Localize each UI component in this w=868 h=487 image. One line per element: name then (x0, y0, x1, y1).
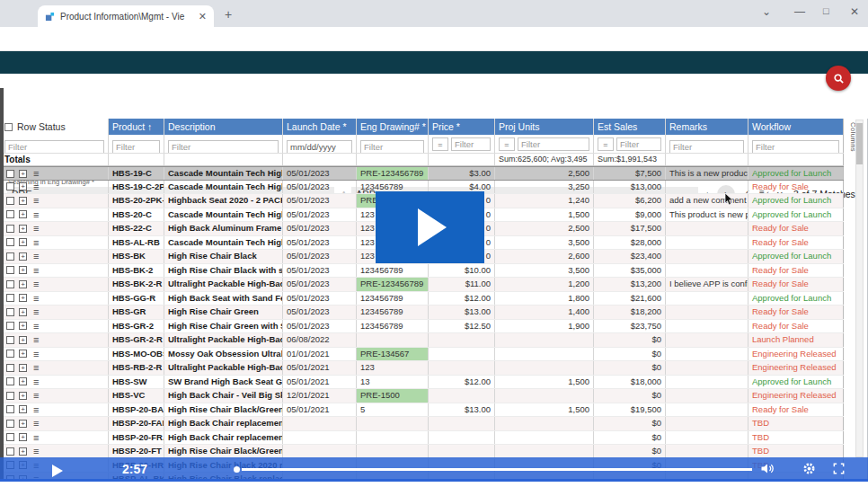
row-checkbox[interactable] (6, 336, 14, 344)
volume-icon[interactable] (760, 462, 775, 475)
table-row[interactable]: +≡ HBS-MO-OBS Mossy Oak Obsession Ultral… (1, 348, 844, 362)
row-expand-icon[interactable]: + (19, 350, 27, 358)
column-header-proj-units[interactable]: Proj Units (495, 119, 594, 135)
filter-remarks[interactable] (669, 140, 744, 153)
row-menu-icon[interactable]: ≡ (33, 167, 39, 180)
table-row[interactable]: +≡ HBS-GR-2 High Rise Chair Green with S… (1, 320, 844, 334)
row-menu-icon[interactable]: ≡ (33, 403, 39, 417)
row-checkbox[interactable] (6, 308, 14, 316)
row-menu-icon[interactable]: ≡ (33, 278, 39, 291)
table-row[interactable]: +≡ HBSP-20-FAB High Back Chair replaceme… (1, 417, 844, 431)
progress-bar[interactable] (242, 468, 752, 471)
row-menu-icon[interactable]: ≡ (33, 333, 39, 347)
row-menu-icon[interactable]: ≡ (33, 222, 39, 235)
row-menu-icon[interactable]: ≡ (33, 250, 39, 263)
row-checkbox[interactable] (6, 420, 14, 428)
filter-workflow[interactable] (752, 140, 839, 153)
row-expand-icon[interactable]: + (19, 447, 27, 456)
browser-tab[interactable]: Product Information\Mgmt - Vie ✕ (38, 5, 214, 27)
row-menu-icon[interactable]: ≡ (33, 389, 39, 403)
row-expand-icon[interactable]: + (19, 377, 27, 385)
row-checkbox[interactable] (6, 392, 14, 400)
row-checkbox[interactable] (6, 170, 14, 178)
row-checkbox[interactable] (6, 364, 14, 372)
row-menu-icon[interactable]: ≡ (33, 348, 39, 361)
select-all-checkbox[interactable] (4, 123, 13, 131)
filter-proj-units[interactable] (518, 137, 589, 151)
row-checkbox[interactable] (6, 266, 14, 274)
table-row[interactable]: +≡ HBS-SW SW Brand High Back Seat Green … (1, 376, 844, 390)
table-row[interactable]: +≡ HBS-BK-2 High Rise Chair Black with s… (1, 264, 844, 279)
row-menu-icon[interactable]: ≡ (33, 264, 39, 278)
row-menu-icon[interactable]: ≡ (33, 361, 39, 375)
row-menu-icon[interactable]: ≡ (33, 292, 39, 305)
row-expand-icon[interactable]: + (19, 182, 27, 190)
row-menu-icon[interactable]: ≡ (33, 376, 39, 389)
row-expand-icon[interactable]: + (19, 322, 27, 330)
units-operator-select[interactable]: = (499, 137, 515, 151)
row-menu-icon[interactable]: ≡ (33, 305, 39, 319)
window-minimize-icon[interactable]: — (794, 5, 805, 18)
row-expand-icon[interactable]: + (19, 392, 27, 400)
row-checkbox[interactable] (6, 405, 14, 413)
column-header-est-sales[interactable]: Est Sales (594, 119, 666, 135)
new-tab-button[interactable]: + (225, 7, 232, 22)
row-expand-icon[interactable]: + (19, 210, 27, 218)
column-header-description[interactable]: Description (164, 119, 283, 135)
row-expand-icon[interactable]: + (19, 405, 27, 413)
row-menu-icon[interactable]: ≡ (33, 445, 39, 458)
row-checkbox[interactable] (6, 350, 14, 358)
table-row[interactable]: +≡ HBS-GR-2-R Ultralight Packable High-B… (1, 333, 844, 348)
row-checkbox[interactable] (6, 294, 14, 302)
table-row[interactable]: +≡ HBS-GR High Rise Chair Green 05/01/20… (1, 305, 844, 320)
filter-description[interactable] (168, 140, 279, 153)
window-close-icon[interactable]: ✕ (850, 5, 859, 18)
row-expand-icon[interactable]: + (19, 225, 27, 233)
row-menu-icon[interactable]: ≡ (33, 194, 39, 208)
table-row[interactable]: +≡ HBS-BK-2-R Ultralight Packable High-B… (1, 278, 844, 292)
row-expand-icon[interactable]: + (19, 308, 27, 316)
video-play-overlay[interactable] (376, 191, 484, 263)
row-menu-icon[interactable]: ≡ (33, 181, 39, 194)
table-row[interactable]: +≡ HBS-RB-2-R Ultralight Packable High-B… (1, 361, 844, 376)
row-checkbox[interactable] (6, 238, 14, 246)
column-header-workflow[interactable]: Workflow (748, 119, 844, 135)
row-expand-icon[interactable]: + (19, 336, 27, 344)
row-menu-icon[interactable]: ≡ (33, 320, 39, 333)
fullscreen-icon[interactable] (832, 462, 846, 475)
sales-operator-select[interactable]: = (598, 137, 614, 151)
window-chevron-icon[interactable]: ⌄ (762, 5, 771, 18)
row-checkbox[interactable] (6, 197, 14, 205)
table-row[interactable]: +≡ HBSP-20-BAG High Rise Chair Black/Gre… (1, 403, 844, 418)
row-expand-icon[interactable]: + (19, 266, 27, 274)
row-checkbox[interactable] (6, 182, 14, 190)
filter-launch-date[interactable] (287, 140, 352, 153)
filter-est-sales[interactable] (616, 137, 661, 151)
row-checkbox[interactable] (6, 433, 14, 441)
row-menu-icon[interactable]: ≡ (33, 417, 39, 430)
filter-product[interactable] (112, 140, 160, 153)
tab-close-icon[interactable]: ✕ (199, 11, 207, 22)
column-header-launch-date[interactable]: Launch Date * (283, 119, 357, 135)
row-checkbox[interactable] (6, 377, 14, 385)
filter-eng-drawing[interactable] (360, 140, 424, 153)
column-header-eng-drawing[interactable]: Eng Drawing# * (357, 119, 429, 135)
row-menu-icon[interactable]: ≡ (33, 431, 39, 445)
row-expand-icon[interactable]: + (19, 420, 27, 428)
progress-handle[interactable] (234, 466, 240, 473)
row-checkbox[interactable] (6, 225, 14, 233)
column-header-product[interactable]: Product ↑ (109, 119, 164, 135)
row-checkbox[interactable] (6, 210, 14, 218)
row-expand-icon[interactable]: + (19, 252, 27, 261)
search-fab-button[interactable] (826, 66, 851, 91)
table-row[interactable]: +≡ HBSP-20-FR... High Back Chair replace… (1, 431, 844, 446)
price-operator-select[interactable]: = (432, 137, 448, 151)
row-expand-icon[interactable]: + (19, 238, 27, 246)
table-row[interactable]: +≡ HBS-GG-R High Back Seat with Sand Fee… (1, 292, 844, 306)
row-checkbox[interactable] (6, 280, 14, 288)
row-expand-icon[interactable]: + (19, 433, 27, 441)
window-maximize-icon[interactable]: □ (823, 5, 829, 16)
row-expand-icon[interactable]: + (19, 197, 27, 205)
row-expand-icon[interactable]: + (19, 170, 27, 178)
table-row[interactable]: +≡ HBS-VC High Back Chair - Veil Big Sky… (1, 389, 844, 403)
